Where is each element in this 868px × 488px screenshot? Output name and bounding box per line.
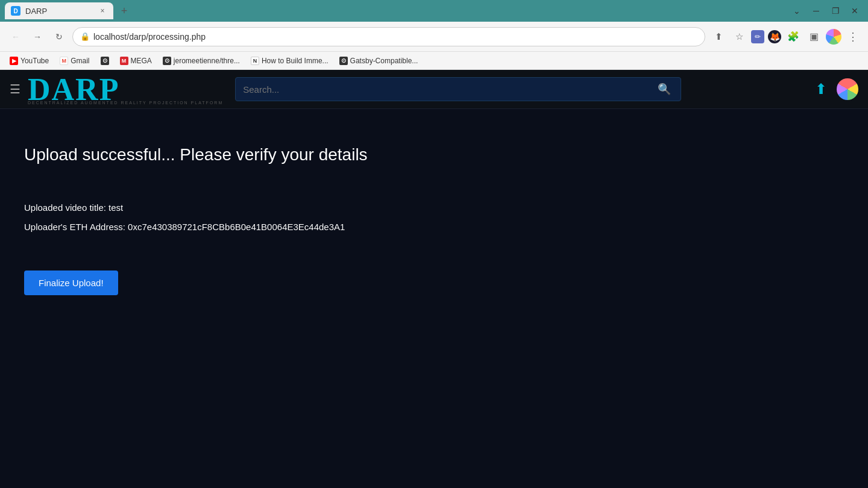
bookmark-star-icon[interactable]: ☆ — [731, 28, 747, 45]
refresh-button[interactable]: ↻ — [51, 28, 68, 45]
search-input[interactable] — [243, 84, 655, 95]
app-content: ☰ DARP DECENTRALIZED AUGMENTED REALITY P… — [0, 70, 868, 488]
github2-favicon: ⊙ — [163, 57, 171, 65]
search-button[interactable]: 🔍 — [655, 80, 673, 98]
bookmark-howto-label: How to Build Imme... — [262, 57, 329, 65]
bookmark-gmail-label: Gmail — [71, 57, 89, 65]
toolbar-icons: ⬆ ☆ ✏ 🦊 🧩 ▣ ⋮ — [710, 28, 861, 45]
chevron-icon[interactable]: ⌄ — [788, 2, 805, 19]
new-tab-button[interactable]: + — [116, 2, 133, 19]
fox-extension-icon[interactable]: 🦊 — [768, 30, 781, 43]
bookmarks-bar: ▶ YouTube M Gmail ⊙ M MEGA ⊙ jeromeetien… — [0, 52, 868, 70]
video-title-line: Uploaded video title: test — [24, 201, 844, 215]
browser-menu-button[interactable]: ⋮ — [845, 30, 861, 43]
maximize-button[interactable]: ❐ — [827, 2, 844, 19]
url-bar[interactable]: 🔒 localhost/darp/processing.php — [72, 27, 705, 46]
active-tab[interactable]: D DARP × — [5, 2, 113, 19]
bookmark-gmail[interactable]: M Gmail — [55, 55, 94, 66]
lock-icon: 🔒 — [80, 32, 90, 41]
bookmark-jeromeetienne-label: jeromeetienne/thre... — [174, 57, 240, 65]
eth-address-line: Uploader's ETH Address: 0xc7e430389721cF… — [24, 220, 844, 234]
bookmark-github1[interactable]: ⊙ — [96, 55, 114, 66]
pen-extension-icon[interactable]: ✏ — [751, 30, 764, 43]
finalize-upload-button[interactable]: Finalize Upload! — [24, 271, 118, 295]
app-nav: ☰ DARP DECENTRALIZED AUGMENTED REALITY P… — [0, 70, 868, 109]
share-icon[interactable]: ⬆ — [710, 28, 727, 45]
bookmark-mega[interactable]: M MEGA — [115, 55, 157, 66]
hamburger-menu-icon[interactable]: ☰ — [10, 82, 20, 96]
url-text: localhost/darp/processing.php — [93, 32, 697, 42]
darp-subtitle: DECENTRALIZED AUGMENTED REALITY PROJECTI… — [28, 101, 223, 105]
profile-avatar-small[interactable] — [826, 29, 841, 45]
page-title: Upload successful... Please verify your … — [24, 145, 844, 164]
search-bar[interactable]: 🔍 — [235, 77, 681, 101]
puzzle-extension-icon[interactable]: 🧩 — [785, 28, 802, 45]
youtube-favicon: ▶ — [10, 57, 18, 65]
tab-title: DARP — [25, 7, 93, 16]
mega-favicon: M — [120, 57, 128, 65]
address-bar: ← → ↻ 🔒 localhost/darp/processing.php ⬆ … — [0, 22, 868, 52]
tab-close-button[interactable]: × — [98, 6, 107, 16]
title-bar: D DARP × + ⌄ ─ ❐ ✕ — [0, 0, 868, 22]
upload-details: Uploaded video title: test Uploader's ET… — [24, 201, 844, 234]
close-button[interactable]: ✕ — [846, 2, 863, 19]
tab-favicon: D — [11, 6, 20, 16]
bookmark-youtube-label: YouTube — [20, 57, 49, 65]
nav-right-icons: ⬆ — [815, 78, 858, 100]
main-content: Upload successful... Please verify your … — [0, 109, 868, 488]
bookmark-jeromeetienne[interactable]: ⊙ jeromeetienne/thre... — [158, 55, 245, 66]
logo-wrapper: DARP DECENTRALIZED AUGMENTED REALITY PRO… — [28, 74, 223, 105]
sidebar-toggle-icon[interactable]: ▣ — [805, 28, 822, 45]
bookmark-mega-label: MEGA — [131, 57, 152, 65]
bookmark-gatsby[interactable]: ⊙ Gatsby-Compatible... — [335, 55, 423, 66]
bookmark-gatsby-label: Gatsby-Compatible... — [350, 57, 418, 65]
user-avatar[interactable] — [837, 78, 858, 100]
github1-favicon: ⊙ — [101, 57, 109, 65]
upload-icon[interactable]: ⬆ — [815, 81, 827, 98]
forward-button[interactable]: → — [29, 28, 46, 45]
bookmark-youtube[interactable]: ▶ YouTube — [5, 55, 54, 66]
github3-favicon: ⊙ — [339, 57, 348, 65]
gmail-favicon: M — [60, 57, 68, 65]
minimize-button[interactable]: ─ — [808, 2, 825, 19]
bookmark-howto[interactable]: N How to Build Imme... — [246, 55, 333, 66]
notion-favicon: N — [251, 57, 259, 65]
back-button[interactable]: ← — [7, 28, 24, 45]
window-controls: ⌄ ─ ❐ ✕ — [788, 2, 863, 19]
